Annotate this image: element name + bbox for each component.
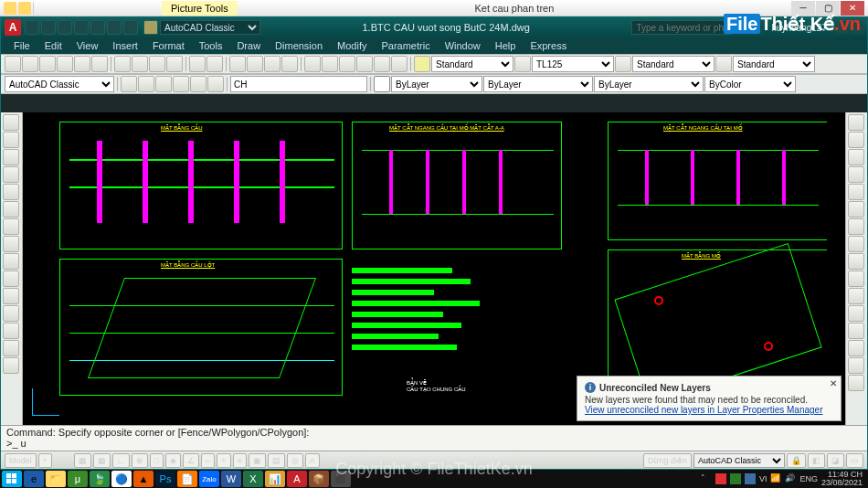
taskbar-app-foxit[interactable]: 📄 [177, 471, 197, 487]
command-input-line[interactable]: >_ u [6, 438, 862, 449]
trim-icon[interactable] [848, 271, 864, 287]
mleader-style-icon[interactable] [715, 56, 732, 72]
layer-prop-icon[interactable] [121, 76, 137, 92]
signin-icon[interactable] [750, 21, 763, 34]
search-icon[interactable] [735, 21, 747, 34]
workspace-select[interactable]: AutoCAD Classic [160, 20, 260, 35]
publish-icon[interactable] [91, 56, 108, 72]
spline-icon[interactable] [3, 340, 19, 356]
mleader-style-select[interactable]: Standard [733, 56, 815, 72]
revcloud-icon[interactable] [3, 323, 19, 339]
ortho-toggle[interactable]: ∟ [112, 453, 130, 468]
taskbar-app-chrome[interactable]: 🔵 [111, 471, 132, 487]
close-icon[interactable]: ✕ [830, 378, 837, 388]
layer-off-icon[interactable] [173, 76, 189, 92]
hatch-icon[interactable] [3, 218, 19, 235]
plot-icon[interactable] [57, 56, 73, 72]
tray-icon[interactable] [730, 473, 741, 484]
menu-format[interactable]: Format [147, 40, 190, 51]
extend-icon[interactable] [848, 288, 864, 304]
tray-volume-icon[interactable]: 🔊 [785, 473, 796, 484]
rectangle-icon[interactable] [3, 184, 19, 200]
menu-modify[interactable]: Modify [332, 40, 372, 51]
notification-link[interactable]: View unreconciled new layers in Layer Pr… [585, 405, 833, 415]
tray-chevron-icon[interactable]: ˄ [701, 473, 712, 484]
lock-ui-icon[interactable]: 🔒 [787, 453, 806, 468]
array-icon[interactable] [848, 184, 864, 200]
menu-dimension[interactable]: Dimension [270, 40, 328, 51]
menu-edit[interactable]: Edit [39, 40, 68, 51]
start-button[interactable] [2, 471, 22, 487]
menu-file[interactable]: File [8, 40, 36, 51]
properties-icon[interactable] [304, 56, 321, 72]
workspace-switcher[interactable]: AutoCAD Classic [143, 20, 260, 35]
table-style-select[interactable]: Standard [632, 56, 715, 72]
drawing-canvas[interactable]: MẶT BẰNG CẦU MẶT CẮT NGANG CẦU TẠI MỐ MẶ… [23, 112, 845, 425]
model-tab[interactable]: Model [5, 453, 37, 468]
linetype-control[interactable]: ByLayer [594, 76, 704, 92]
arc-icon[interactable] [3, 166, 19, 183]
designcenter-icon[interactable] [322, 56, 338, 72]
move-icon[interactable] [848, 201, 864, 217]
explode-icon[interactable] [848, 375, 864, 391]
autocad-logo-icon[interactable]: A [5, 19, 21, 36]
help-icon[interactable] [851, 21, 863, 34]
taskbar-app-word[interactable]: W [221, 471, 241, 487]
tray-network-icon[interactable]: 📶 [770, 473, 781, 484]
text-style-icon[interactable] [414, 56, 430, 72]
zoom-icon[interactable] [247, 56, 263, 72]
menu-parametric[interactable]: Parametric [376, 40, 435, 51]
point-icon[interactable] [3, 288, 19, 304]
otrack-toggle[interactable]: ∠ [183, 453, 199, 468]
layer-freeze-icon[interactable] [155, 76, 172, 92]
taskbar-app-photoshop[interactable]: Ps [155, 471, 175, 487]
polar-toggle[interactable]: ⊕ [132, 453, 148, 468]
3dosnap-toggle[interactable]: ◈ [165, 453, 181, 468]
menu-tools[interactable]: Tools [194, 40, 228, 51]
saveas-icon[interactable] [74, 20, 89, 35]
dyn-toggle[interactable]: + [217, 453, 230, 468]
hardware-accel-icon[interactable]: ◧ [808, 453, 825, 468]
paste-icon[interactable] [149, 56, 165, 72]
lineweight-control[interactable]: ByLayer [483, 76, 593, 92]
open-icon[interactable] [22, 56, 38, 72]
tray-shield-icon[interactable] [745, 473, 756, 484]
command-alias-input[interactable] [230, 76, 367, 92]
taskbar-app-coccoc[interactable]: 🍃 [90, 471, 110, 487]
annotation-status[interactable]: Dừng diện [643, 453, 692, 468]
close-button[interactable]: ✕ [841, 1, 864, 16]
mirror-icon[interactable] [848, 149, 864, 165]
quickcalc-icon[interactable] [391, 56, 408, 72]
minimize-button[interactable]: ─ [791, 1, 815, 16]
layer-iso-icon[interactable] [207, 76, 224, 92]
layer-states-icon[interactable] [138, 76, 154, 92]
taskbar-app-generic2[interactable]: 📦 [309, 471, 329, 487]
break-icon[interactable] [848, 305, 864, 322]
taskbar-app-explorer[interactable]: 📁 [46, 471, 66, 487]
lwt-toggle[interactable]: ≡ [233, 453, 247, 468]
menu-insert[interactable]: Insert [107, 40, 143, 51]
xline-icon[interactable] [3, 357, 19, 374]
new-icon[interactable] [25, 20, 39, 35]
fillet-icon[interactable] [848, 357, 864, 374]
plot-icon[interactable] [90, 20, 105, 35]
taskbar-app-autocad[interactable]: A [287, 471, 307, 487]
chamfer-icon[interactable] [848, 340, 864, 356]
snap-toggle[interactable]: ▦ [74, 453, 91, 468]
plotstyle-control[interactable]: ByColor [704, 76, 796, 92]
zoom-previous-icon[interactable] [281, 56, 298, 72]
circle-icon[interactable] [3, 149, 19, 165]
workspace-status-select[interactable]: AutoCAD Classic [693, 453, 785, 468]
table-icon[interactable] [3, 271, 19, 287]
line-icon[interactable] [3, 114, 19, 131]
save-icon[interactable] [39, 56, 56, 72]
color-swatch-icon[interactable] [374, 76, 390, 92]
ellipse-icon[interactable] [3, 201, 19, 217]
taskbar-app-excel[interactable]: X [243, 471, 263, 487]
markup-icon[interactable] [374, 56, 390, 72]
stretch-icon[interactable] [848, 253, 864, 270]
osnap-toggle[interactable]: □ [150, 453, 164, 468]
command-line[interactable]: Command: Specify opposite corner or [Fen… [1, 425, 867, 451]
open-icon[interactable] [41, 20, 56, 35]
offset-icon[interactable] [848, 166, 864, 183]
